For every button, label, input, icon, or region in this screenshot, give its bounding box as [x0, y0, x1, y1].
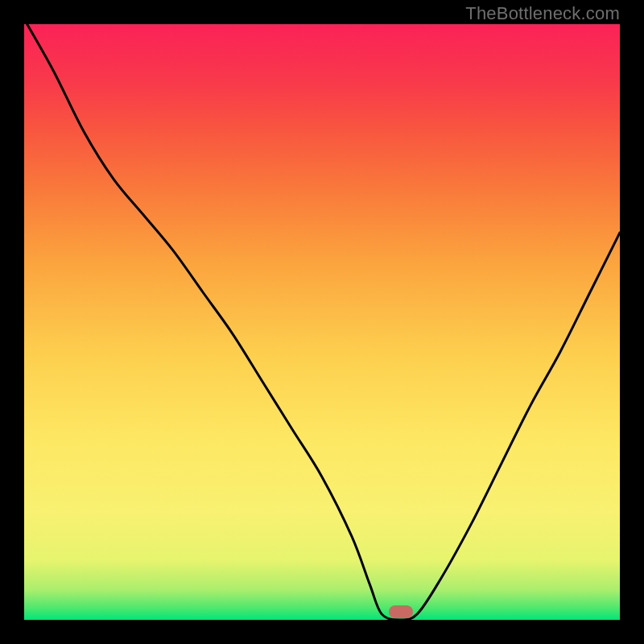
chart-frame: TheBottleneck.com — [0, 0, 644, 644]
watermark-text: TheBottleneck.com — [465, 3, 620, 24]
bottleneck-curve — [24, 24, 620, 620]
optimal-marker — [389, 605, 413, 618]
plot-area — [24, 24, 620, 620]
